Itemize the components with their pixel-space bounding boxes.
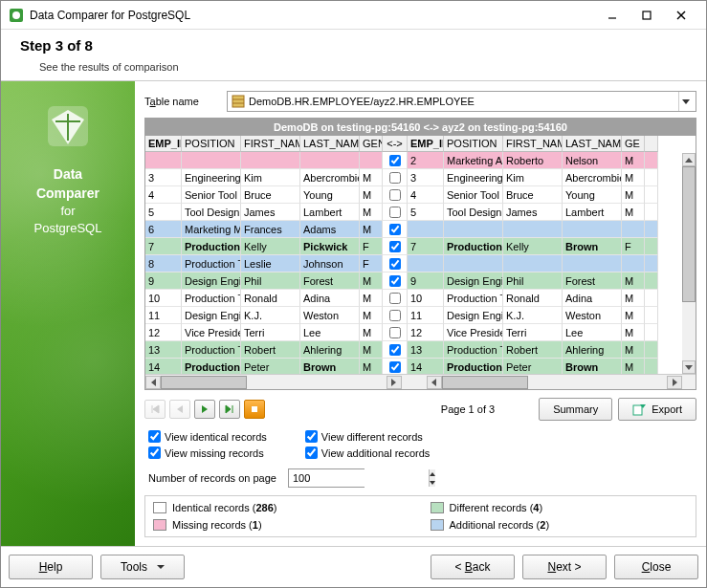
table-cell: Design Engin: [444, 272, 503, 290]
view-additional-checkbox[interactable]: View additional records: [305, 446, 431, 459]
table-cell: M: [622, 307, 645, 324]
table-cell: M: [360, 341, 383, 359]
table-cell: [444, 221, 503, 238]
table-cell: Bruce: [241, 186, 300, 204]
scroll-right-button[interactable]: [667, 376, 682, 389]
table-cell: Lambert: [300, 204, 360, 221]
table-cell: Phil: [241, 272, 300, 290]
tablename-combo[interactable]: DemoDB.HR.EMPLOYEE/ayz2.HR.EMPLOYEE: [227, 91, 696, 112]
svg-rect-9: [232, 96, 244, 107]
view-different-checkbox[interactable]: View different records: [305, 430, 431, 443]
minimize-button[interactable]: [595, 4, 630, 27]
table-cell: Young: [300, 186, 360, 204]
grid-header-bar: DemoDB on testing-pg:54160 <-> ayz2 on t…: [145, 119, 696, 136]
table-cell: Tool Designe: [182, 204, 241, 221]
col-header[interactable]: GEND: [360, 136, 383, 152]
numrec-input[interactable]: [289, 469, 429, 487]
table-cell: Tool Designe: [444, 204, 503, 221]
table-cell: Marketing A: [444, 152, 503, 169]
next-button[interactable]: Next >: [522, 555, 607, 579]
row-sync-checkbox[interactable]: [389, 258, 401, 270]
row-sync-checkbox[interactable]: [389, 275, 401, 287]
scroll-left-button[interactable]: [427, 376, 442, 389]
page-refresh-button[interactable]: [244, 400, 265, 419]
row-sync-checkbox[interactable]: [389, 172, 401, 184]
view-identical-checkbox[interactable]: View identical records: [148, 430, 267, 443]
table-cell: Lee: [300, 324, 360, 341]
col-header[interactable]: EMP_ID: [408, 136, 444, 152]
table-cell: Kim: [503, 169, 563, 186]
page-last-button[interactable]: [219, 400, 240, 419]
maximize-button[interactable]: [630, 4, 664, 27]
row-sync-checkbox[interactable]: [389, 155, 401, 166]
spin-up-button[interactable]: [430, 469, 435, 478]
col-header[interactable]: EMP_ID: [145, 136, 182, 152]
close-dialog-button[interactable]: Close: [614, 555, 698, 579]
spin-down-button[interactable]: [430, 478, 435, 487]
row-sync-checkbox[interactable]: [389, 189, 401, 201]
sync-column-header: <->: [383, 136, 408, 152]
tools-button[interactable]: Tools: [100, 555, 185, 579]
help-button[interactable]: Help: [9, 555, 93, 579]
scroll-left-button[interactable]: [145, 376, 161, 389]
export-button[interactable]: Export: [618, 398, 696, 421]
row-sync-checkbox[interactable]: [389, 344, 401, 356]
vertical-scrollbar[interactable]: [682, 153, 696, 374]
table-cell: Brown: [300, 359, 360, 374]
col-header[interactable]: FIRST_NAM: [503, 136, 563, 152]
page-prev-button[interactable]: [169, 400, 190, 419]
table-cell: Peter: [503, 359, 563, 374]
scroll-right-button[interactable]: [387, 376, 402, 389]
table-cell: 7: [408, 238, 444, 255]
horizontal-scrollbar-right[interactable]: [427, 374, 683, 389]
table-cell: 10: [145, 290, 182, 307]
view-missing-checkbox[interactable]: View missing records: [148, 446, 267, 459]
svg-rect-3: [643, 11, 651, 19]
row-sync-checkbox[interactable]: [389, 361, 401, 373]
table-cell: F: [360, 238, 383, 255]
scroll-thumb[interactable]: [682, 166, 696, 302]
col-header[interactable]: POSITION: [444, 136, 503, 152]
table-cell: 3: [408, 169, 444, 186]
table-cell: Robert: [241, 341, 300, 359]
table-cell: 14: [145, 359, 182, 374]
table-cell: Weston: [300, 307, 360, 324]
table-cell: M: [360, 359, 383, 374]
back-button[interactable]: < Back: [431, 555, 515, 579]
table-cell: [622, 255, 645, 272]
col-header[interactable]: LAST_NAME: [300, 136, 360, 152]
table-cell: M: [360, 307, 383, 324]
col-header[interactable]: GE: [622, 136, 645, 152]
row-sync-checkbox[interactable]: [389, 207, 401, 218]
table-cell: M: [622, 324, 645, 341]
table-cell: Adams: [300, 221, 360, 238]
scroll-thumb-h[interactable]: [442, 376, 528, 389]
title-bar: Data Comparer for PostgreSQL: [1, 1, 706, 30]
row-sync-checkbox[interactable]: [389, 224, 401, 235]
row-sync-checkbox[interactable]: [389, 310, 401, 321]
table-cell: Production T: [444, 341, 503, 359]
table-cell: Marketing Ma: [182, 221, 241, 238]
table-cell: Vice Preside: [182, 324, 241, 341]
col-header[interactable]: POSITION: [182, 136, 241, 152]
horizontal-scrollbar-left[interactable]: [145, 374, 402, 389]
page-first-button[interactable]: [144, 400, 166, 419]
table-cell: M: [622, 272, 645, 290]
table-cell: Production: [444, 238, 503, 255]
col-header[interactable]: LAST_NAME: [563, 136, 622, 152]
row-sync-checkbox[interactable]: [389, 327, 401, 338]
table-cell: Production T: [182, 290, 241, 307]
numrec-spinner[interactable]: [288, 468, 365, 488]
table-cell: Production T: [444, 290, 503, 307]
row-sync-checkbox[interactable]: [389, 241, 401, 252]
col-header[interactable]: FIRST_NAM: [241, 136, 300, 152]
page-next-button[interactable]: [194, 400, 215, 419]
table-cell: Ronald: [241, 290, 300, 307]
scroll-down-button[interactable]: [682, 360, 696, 374]
scroll-up-button[interactable]: [682, 153, 696, 166]
scroll-thumb-h[interactable]: [161, 376, 247, 389]
row-sync-checkbox[interactable]: [389, 293, 401, 304]
summary-button[interactable]: Summary: [539, 398, 612, 421]
close-button[interactable]: [664, 4, 698, 27]
table-cell: Abercrombie: [563, 169, 622, 186]
